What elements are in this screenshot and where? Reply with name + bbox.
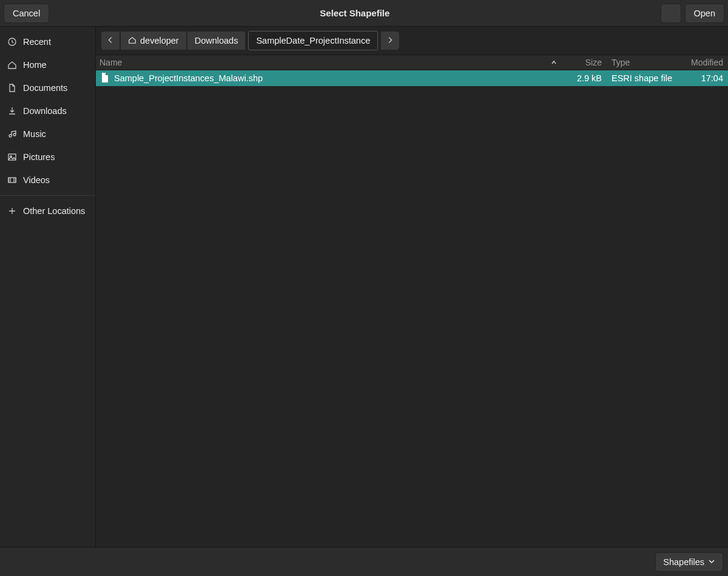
file-size: 2.9 kB [564, 73, 607, 83]
sidebar-item-label: Recent [23, 37, 51, 47]
plus-icon [7, 206, 17, 216]
column-header-type[interactable]: Type [607, 58, 679, 67]
column-header-label: Type [612, 58, 630, 67]
file-list[interactable]: Sample_ProjectInstances_Malawi.shp 2.9 k… [96, 70, 728, 547]
file-modified: 17:04 [679, 73, 728, 83]
sidebar-item-recent[interactable]: Recent [0, 30, 95, 53]
sidebar-item-home[interactable]: Home [0, 53, 95, 76]
breadcrumb-label: developer [140, 36, 179, 45]
search-button[interactable] [661, 4, 681, 23]
sidebar-item-documents[interactable]: Documents [0, 76, 95, 99]
open-button-label: Open [694, 8, 715, 18]
titlebar: Cancel Select Shapefile Open [0, 0, 728, 27]
sidebar-item-videos[interactable]: Videos [0, 169, 95, 192]
breadcrumb-back-button[interactable] [101, 31, 120, 50]
home-icon [7, 60, 17, 70]
places-sidebar: Recent Home Documents Downloads Music [0, 27, 96, 547]
sidebar-item-label: Pictures [23, 152, 55, 162]
footer: Shapefiles [0, 547, 728, 576]
sidebar-item-label: Documents [23, 83, 67, 93]
sidebar-item-music[interactable]: Music [0, 122, 95, 146]
breadcrumb-label: SampleDate_ProjectInstance [256, 36, 370, 45]
column-header-name[interactable]: Name [96, 58, 564, 67]
column-header-label: Size [585, 58, 602, 67]
column-header-modified[interactable]: Modified [679, 58, 728, 67]
breadcrumb-segment-downloads[interactable]: Downloads [187, 31, 246, 50]
file-row[interactable]: Sample_ProjectInstances_Malawi.shp 2.9 k… [96, 70, 728, 86]
chevron-down-icon [708, 557, 715, 567]
picture-icon [7, 152, 17, 162]
sidebar-item-label: Home [23, 60, 47, 70]
sidebar-item-downloads[interactable]: Downloads [0, 99, 95, 122]
chevron-left-icon [106, 36, 115, 46]
sidebar-item-label: Other Locations [23, 206, 85, 216]
chevron-right-icon [386, 36, 394, 46]
file-icon [101, 73, 109, 84]
breadcrumb-label: Downloads [195, 36, 238, 45]
file-type: ESRI shape file [607, 73, 679, 83]
open-button[interactable]: Open [685, 4, 724, 23]
cancel-button[interactable]: Cancel [4, 4, 49, 23]
sidebar-item-label: Videos [23, 175, 50, 185]
svg-rect-3 [8, 154, 16, 160]
breadcrumb-segment-home[interactable]: developer [120, 31, 187, 50]
file-list-header: Name Size Type Modified [96, 55, 728, 70]
clock-icon [7, 37, 17, 47]
sidebar-item-label: Downloads [23, 106, 67, 116]
breadcrumb-segment-current[interactable]: SampleDate_ProjectInstance [248, 31, 378, 50]
file-filter-dropdown[interactable]: Shapefiles [655, 552, 723, 572]
sidebar-separator [0, 195, 95, 196]
sidebar-item-other-locations[interactable]: Other Locations [0, 199, 95, 223]
breadcrumb-forward-button[interactable] [380, 31, 400, 50]
column-header-size[interactable]: Size [564, 58, 607, 67]
sidebar-item-label: Music [23, 129, 46, 139]
sidebar-item-pictures[interactable]: Pictures [0, 146, 95, 169]
sort-ascending-icon [551, 58, 557, 67]
download-icon [7, 106, 17, 116]
music-icon [7, 129, 17, 139]
main-area: developer Downloads SampleDate_ProjectIn… [96, 27, 728, 547]
dialog-title: Select Shapefile [49, 8, 660, 18]
column-header-label: Name [99, 58, 122, 67]
breadcrumb-bar: developer Downloads SampleDate_ProjectIn… [96, 27, 728, 55]
home-icon [128, 36, 136, 46]
documents-icon [7, 83, 17, 93]
file-filter-label: Shapefiles [663, 557, 704, 567]
video-icon [7, 175, 17, 185]
svg-rect-5 [8, 178, 16, 183]
cancel-button-label: Cancel [13, 8, 40, 18]
column-header-label: Modified [691, 58, 723, 67]
file-name: Sample_ProjectInstances_Malawi.shp [114, 73, 263, 83]
